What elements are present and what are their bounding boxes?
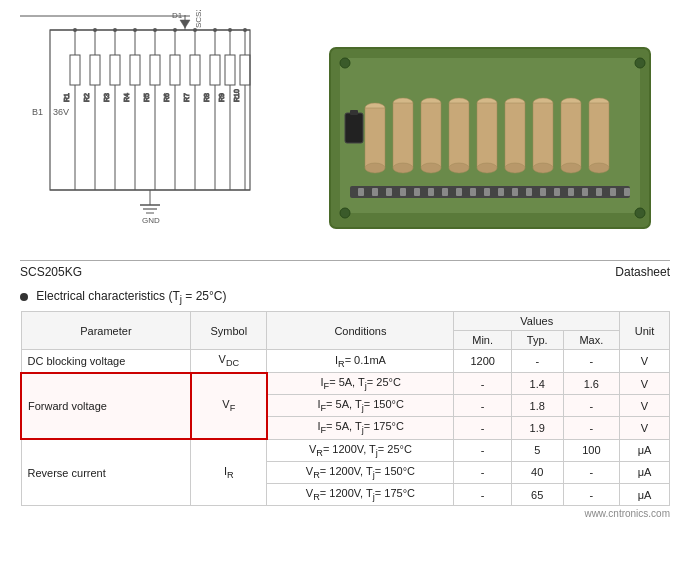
svg-point-56 — [213, 28, 217, 32]
svg-rect-102 — [428, 188, 434, 196]
svg-text:R7: R7 — [183, 93, 190, 102]
cond-fv-2: IF= 5A, Tj= 150°C — [267, 395, 454, 417]
top-section: B1 36V SCS205KG D1 R1 — [0, 0, 690, 260]
svg-point-78 — [449, 163, 469, 173]
svg-rect-38 — [210, 55, 220, 85]
schematic-svg: B1 36V SCS205KG D1 R1 — [20, 10, 290, 240]
svg-point-84 — [505, 163, 525, 173]
cond-rc-3: VR= 1200V, Tj= 175°C — [267, 484, 454, 506]
cond-fv-1: IF= 5A, Tj= 25°C — [267, 373, 454, 395]
cond-dc-blocking: IR= 0.1mA — [267, 350, 454, 373]
svg-rect-94 — [345, 113, 363, 143]
unit-dc-blocking: V — [620, 350, 670, 373]
bullet-icon — [20, 293, 28, 301]
svg-rect-98 — [372, 188, 378, 196]
part-number-label: SCS205KG — [20, 265, 82, 279]
svg-rect-111 — [554, 188, 560, 196]
min-fv-1: - — [454, 373, 511, 395]
typ-rc-3: 65 — [511, 484, 563, 506]
min-fv-3: - — [454, 417, 511, 439]
svg-point-120 — [635, 208, 645, 218]
typ-dc-blocking: - — [511, 350, 563, 373]
col-typ: Typ. — [511, 331, 563, 350]
svg-text:SCS205KG: SCS205KG — [194, 10, 203, 28]
svg-point-49 — [73, 28, 77, 32]
datasheet-label: Datasheet — [615, 265, 670, 279]
max-fv-2: - — [563, 395, 619, 417]
svg-rect-103 — [442, 188, 448, 196]
svg-rect-42 — [225, 55, 235, 85]
symbol-forward-voltage: VF — [191, 373, 267, 440]
unit-fv-1: V — [620, 373, 670, 395]
pcb-svg — [320, 28, 660, 238]
symbol-reverse-current: IR — [191, 439, 267, 506]
svg-rect-86 — [533, 103, 553, 168]
svg-point-81 — [477, 163, 497, 173]
svg-rect-97 — [358, 188, 364, 196]
typ-rc-1: 5 — [511, 439, 563, 461]
electrical-header: Electrical characteristics (Tj = 25°C) — [20, 289, 670, 305]
svg-text:R10: R10 — [233, 89, 240, 102]
min-rc-3: - — [454, 484, 511, 506]
svg-text:36V: 36V — [53, 107, 69, 117]
svg-text:GND: GND — [142, 216, 160, 225]
svg-rect-0 — [50, 30, 250, 190]
min-rc-1: - — [454, 439, 511, 461]
svg-point-87 — [533, 163, 553, 173]
svg-rect-105 — [470, 188, 476, 196]
datasheet-header: SCS205KG Datasheet — [20, 260, 670, 283]
svg-rect-112 — [568, 188, 574, 196]
svg-rect-10 — [70, 55, 80, 85]
svg-point-52 — [133, 28, 137, 32]
svg-point-75 — [421, 163, 441, 173]
svg-text:R5: R5 — [143, 93, 150, 102]
svg-rect-106 — [484, 188, 490, 196]
svg-rect-107 — [498, 188, 504, 196]
svg-rect-34 — [190, 55, 200, 85]
table-row: Reverse current IR VR= 1200V, Tj= 25°C -… — [21, 439, 670, 461]
cond-rc-1: VR= 1200V, Tj= 25°C — [267, 439, 454, 461]
svg-point-69 — [365, 163, 385, 173]
svg-point-55 — [193, 28, 197, 32]
col-unit: Unit — [620, 312, 670, 350]
max-rc-3: - — [563, 484, 619, 506]
col-min: Min. — [454, 331, 511, 350]
svg-rect-116 — [624, 188, 630, 196]
svg-rect-89 — [561, 103, 581, 168]
typ-fv-2: 1.8 — [511, 395, 563, 417]
param-dc-blocking: DC blocking voltage — [21, 350, 191, 373]
svg-point-58 — [243, 28, 247, 32]
col-values: Values — [454, 312, 620, 331]
svg-text:R1: R1 — [63, 93, 70, 102]
symbol-dc-blocking: VDC — [191, 350, 267, 373]
unit-rc-1: μA — [620, 439, 670, 461]
svg-rect-80 — [477, 103, 497, 168]
unit-rc-2: μA — [620, 461, 670, 483]
svg-point-72 — [393, 163, 413, 173]
svg-point-119 — [340, 208, 350, 218]
svg-text:R9: R9 — [218, 93, 225, 102]
svg-rect-71 — [393, 103, 413, 168]
bottom-section: SCS205KG Datasheet Electrical characteri… — [0, 260, 690, 519]
svg-rect-109 — [526, 188, 532, 196]
svg-point-54 — [173, 28, 177, 32]
svg-rect-18 — [110, 55, 120, 85]
table-row: Forward voltage VF IF= 5A, Tj= 25°C - 1.… — [21, 373, 670, 395]
svg-text:R4: R4 — [123, 93, 130, 102]
svg-point-50 — [93, 28, 97, 32]
svg-rect-68 — [365, 108, 385, 168]
pcb-image-area — [310, 10, 670, 255]
electrical-title: Electrical characteristics (Tj = 25°C) — [36, 289, 226, 303]
svg-rect-77 — [449, 103, 469, 168]
svg-text:R6: R6 — [163, 93, 170, 102]
svg-text:B1: B1 — [32, 107, 43, 117]
characteristics-table: Parameter Symbol Conditions Values Unit … — [20, 311, 670, 506]
param-forward-voltage: Forward voltage — [21, 373, 191, 440]
svg-rect-46 — [240, 55, 250, 85]
table-row: DC blocking voltage VDC IR= 0.1mA 1200 -… — [21, 350, 670, 373]
max-rc-1: 100 — [563, 439, 619, 461]
svg-point-117 — [340, 58, 350, 68]
max-dc-blocking: - — [563, 350, 619, 373]
svg-point-118 — [635, 58, 645, 68]
svg-rect-99 — [386, 188, 392, 196]
